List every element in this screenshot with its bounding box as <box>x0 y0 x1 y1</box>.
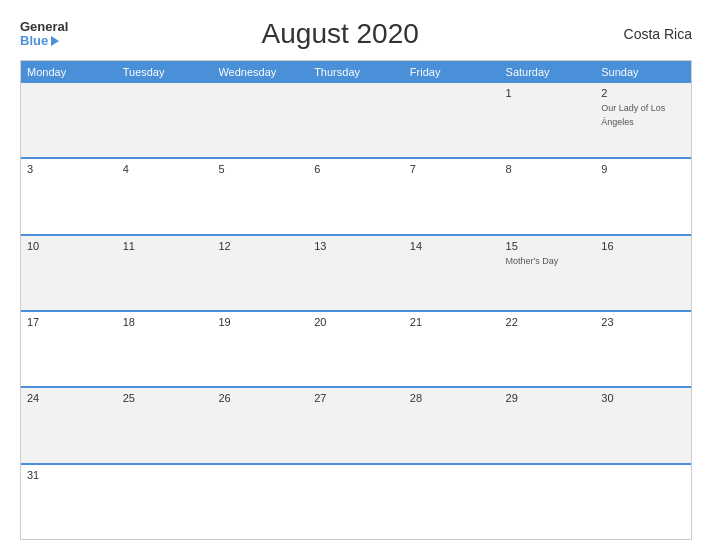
calendar-cell: 24 <box>21 388 117 462</box>
calendar-cell: 29 <box>500 388 596 462</box>
cal-header-day: Wednesday <box>212 61 308 83</box>
calendar-cell: 30 <box>595 388 691 462</box>
day-number: 5 <box>218 163 302 175</box>
day-number: 27 <box>314 392 398 404</box>
calendar-cell <box>308 465 404 539</box>
page: General Blue August 2020 Costa Rica Mond… <box>0 0 712 550</box>
calendar-cell: 22 <box>500 312 596 386</box>
day-number: 15 <box>506 240 590 252</box>
cal-header-day: Friday <box>404 61 500 83</box>
calendar-cell: 9 <box>595 159 691 233</box>
cal-header-day: Monday <box>21 61 117 83</box>
cal-header-day: Thursday <box>308 61 404 83</box>
calendar-cell: 8 <box>500 159 596 233</box>
day-number: 11 <box>123 240 207 252</box>
calendar-cell <box>212 465 308 539</box>
calendar-cell: 18 <box>117 312 213 386</box>
calendar-cell: 6 <box>308 159 404 233</box>
calendar-cell <box>595 465 691 539</box>
day-number: 10 <box>27 240 111 252</box>
country-label: Costa Rica <box>612 26 692 42</box>
day-number: 22 <box>506 316 590 328</box>
day-number: 25 <box>123 392 207 404</box>
calendar-row: 3456789 <box>21 157 691 233</box>
logo-triangle-icon <box>51 36 59 46</box>
calendar-cell: 16 <box>595 236 691 310</box>
calendar-row: 24252627282930 <box>21 386 691 462</box>
day-number: 1 <box>506 87 590 99</box>
cal-header-day: Tuesday <box>117 61 213 83</box>
calendar-cell: 26 <box>212 388 308 462</box>
header: General Blue August 2020 Costa Rica <box>20 18 692 50</box>
day-number: 20 <box>314 316 398 328</box>
calendar-cell: 20 <box>308 312 404 386</box>
logo: General Blue <box>20 20 68 49</box>
calendar-header: MondayTuesdayWednesdayThursdayFridaySatu… <box>21 61 691 83</box>
day-number: 13 <box>314 240 398 252</box>
calendar-cell: 7 <box>404 159 500 233</box>
calendar-cell <box>500 465 596 539</box>
day-event: Mother's Day <box>506 256 559 266</box>
logo-general-text: General <box>20 20 68 34</box>
calendar-row: 101112131415Mother's Day16 <box>21 234 691 310</box>
calendar-cell: 13 <box>308 236 404 310</box>
day-number: 2 <box>601 87 685 99</box>
calendar-cell: 14 <box>404 236 500 310</box>
calendar-cell <box>308 83 404 157</box>
day-number: 9 <box>601 163 685 175</box>
day-number: 19 <box>218 316 302 328</box>
calendar-cell: 3 <box>21 159 117 233</box>
day-number: 21 <box>410 316 494 328</box>
calendar-cell: 12 <box>212 236 308 310</box>
calendar-cell: 23 <box>595 312 691 386</box>
calendar-cell: 10 <box>21 236 117 310</box>
day-number: 12 <box>218 240 302 252</box>
calendar-cell: 17 <box>21 312 117 386</box>
calendar-cell: 27 <box>308 388 404 462</box>
calendar-cell: 11 <box>117 236 213 310</box>
calendar-cell <box>404 83 500 157</box>
day-number: 31 <box>27 469 111 481</box>
cal-header-day: Sunday <box>595 61 691 83</box>
day-number: 23 <box>601 316 685 328</box>
calendar-title: August 2020 <box>68 18 612 50</box>
day-number: 6 <box>314 163 398 175</box>
calendar-cell <box>21 83 117 157</box>
day-number: 14 <box>410 240 494 252</box>
cal-header-day: Saturday <box>500 61 596 83</box>
calendar-row: 17181920212223 <box>21 310 691 386</box>
day-number: 28 <box>410 392 494 404</box>
calendar-cell: 5 <box>212 159 308 233</box>
calendar-row: 31 <box>21 463 691 539</box>
calendar-row: 12Our Lady of Los Ángeles <box>21 83 691 157</box>
calendar-cell: 15Mother's Day <box>500 236 596 310</box>
calendar-cell <box>212 83 308 157</box>
day-number: 8 <box>506 163 590 175</box>
calendar-cell <box>117 465 213 539</box>
calendar-cell: 2Our Lady of Los Ángeles <box>595 83 691 157</box>
calendar-cell: 31 <box>21 465 117 539</box>
day-number: 26 <box>218 392 302 404</box>
calendar-cell: 4 <box>117 159 213 233</box>
day-number: 3 <box>27 163 111 175</box>
day-number: 24 <box>27 392 111 404</box>
calendar-cell: 1 <box>500 83 596 157</box>
calendar-cell <box>404 465 500 539</box>
calendar-cell: 25 <box>117 388 213 462</box>
calendar-cell: 19 <box>212 312 308 386</box>
calendar-body: 12Our Lady of Los Ángeles345678910111213… <box>21 83 691 539</box>
day-number: 18 <box>123 316 207 328</box>
day-event: Our Lady of Los Ángeles <box>601 103 665 127</box>
logo-blue-text: Blue <box>20 34 59 48</box>
calendar-cell <box>117 83 213 157</box>
day-number: 7 <box>410 163 494 175</box>
day-number: 4 <box>123 163 207 175</box>
calendar: MondayTuesdayWednesdayThursdayFridaySatu… <box>20 60 692 540</box>
day-number: 17 <box>27 316 111 328</box>
day-number: 30 <box>601 392 685 404</box>
day-number: 29 <box>506 392 590 404</box>
calendar-cell: 21 <box>404 312 500 386</box>
calendar-cell: 28 <box>404 388 500 462</box>
day-number: 16 <box>601 240 685 252</box>
